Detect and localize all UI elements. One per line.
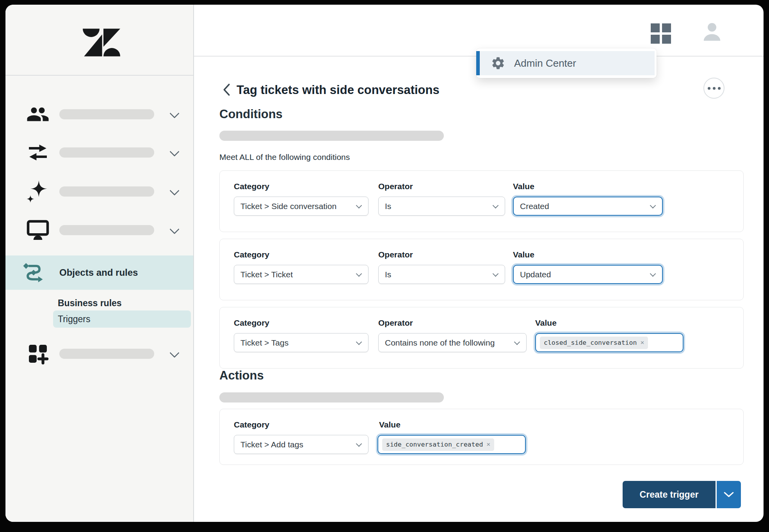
zendesk-logo-icon: [83, 28, 120, 57]
operator-select[interactable]: Contains none of the following: [378, 333, 527, 352]
transfer-arrows-icon: [26, 140, 50, 165]
nav-label-skeleton: [59, 349, 154, 359]
operator-label: Operator: [378, 250, 413, 259]
description-skeleton: [219, 392, 444, 403]
sidebar: Objects and rules Business rules Trigger…: [5, 5, 194, 522]
chevron-down-icon: [356, 339, 362, 345]
sidebar-subitem-label: Triggers: [58, 310, 91, 328]
sidebar-subitem-business-rules[interactable]: Business rules: [58, 296, 122, 310]
operator-select[interactable]: Is: [378, 265, 505, 284]
value-label: Value: [513, 250, 534, 259]
operator-label: Operator: [378, 182, 413, 191]
select-value: Contains none of the following: [385, 338, 495, 348]
chevron-down-icon: [493, 271, 499, 277]
objects-rules-icon: [21, 261, 46, 285]
operator-label: Operator: [378, 318, 413, 328]
description-skeleton: [219, 131, 444, 141]
select-value: Is: [385, 202, 391, 211]
category-select[interactable]: Ticket > Ticket: [234, 265, 368, 284]
grid-icon: [651, 35, 660, 44]
tag-text: closed_side_conversation: [544, 339, 637, 346]
dot-icon: [713, 87, 716, 90]
conditions-heading: Conditions: [219, 107, 283, 121]
chevron-down-icon: [650, 271, 656, 277]
menu-item-admin-center[interactable]: Admin Center: [476, 51, 655, 75]
select-value: Is: [385, 270, 391, 279]
grid-icon: [662, 23, 671, 32]
chevron-left-icon: [221, 83, 232, 97]
dot-icon: [708, 87, 710, 90]
person-icon: [700, 20, 724, 44]
app-window: Objects and rules Business rules Trigger…: [5, 5, 764, 522]
create-trigger-dropdown-button[interactable]: [717, 481, 741, 508]
category-select[interactable]: Ticket > Tags: [234, 333, 368, 352]
menu-item-label: Admin Center: [514, 57, 576, 69]
value-tag-input[interactable]: side_conversation_created×: [377, 435, 526, 454]
chevron-down-icon: [169, 186, 179, 195]
chevron-down-icon: [493, 202, 499, 209]
sidebar-item-people[interactable]: [5, 103, 193, 126]
sidebar-subitem-triggers[interactable]: Triggers: [53, 310, 191, 328]
user-avatar[interactable]: [700, 20, 724, 44]
products-dropdown: Admin Center: [476, 48, 657, 78]
gear-icon: [491, 56, 506, 71]
sidebar-item-workspaces[interactable]: [5, 218, 193, 242]
sidebar-divider: [5, 75, 193, 76]
operator-select[interactable]: Is: [378, 197, 505, 216]
chevron-down-icon: [169, 108, 179, 118]
value-select[interactable]: Created: [513, 197, 663, 216]
grid-icon: [662, 35, 671, 44]
tag-pill: side_conversation_created×: [382, 438, 494, 451]
remove-tag-icon[interactable]: ×: [486, 441, 490, 449]
back-button[interactable]: [221, 83, 233, 98]
monitor-person-icon: [26, 218, 50, 242]
chevron-down-icon: [169, 348, 179, 358]
value-select[interactable]: Updated: [513, 265, 663, 284]
grid-icon: [651, 23, 660, 32]
actions-heading: Actions: [219, 369, 264, 383]
condition-card-1: Category Operator Value Ticket > Side co…: [219, 170, 744, 232]
remove-tag-icon[interactable]: ×: [640, 339, 644, 347]
chevron-down-icon: [356, 441, 362, 447]
select-value: Ticket > Add tags: [240, 440, 303, 449]
category-select[interactable]: Ticket > Side conversation: [234, 197, 368, 216]
app-switcher-button[interactable]: [651, 23, 671, 44]
category-label: Category: [234, 250, 269, 259]
apps-plus-icon: [26, 342, 50, 366]
nav-label-skeleton: [59, 186, 154, 197]
category-select[interactable]: Ticket > Add tags: [234, 435, 368, 454]
sidebar-item-apps[interactable]: [5, 342, 193, 366]
tag-pill: closed_side_conversation×: [540, 337, 648, 349]
category-label: Category: [234, 420, 269, 429]
sidebar-item-label: Objects and rules: [59, 255, 138, 290]
page-title: Tag tickets with side conversations: [237, 82, 440, 98]
category-label: Category: [234, 318, 269, 328]
value-label: Value: [535, 318, 557, 328]
chevron-down-icon: [650, 202, 656, 209]
select-value: Updated: [520, 270, 551, 279]
conditions-match-rule: Meet ALL of the following conditions: [219, 153, 350, 162]
sidebar-item-ai[interactable]: [5, 179, 193, 204]
button-label: Create trigger: [640, 489, 699, 500]
value-label: Value: [513, 182, 534, 191]
chevron-down-icon: [724, 492, 734, 498]
condition-card-2: Category Operator Value Ticket > Ticket …: [219, 239, 744, 300]
create-trigger-button[interactable]: Create trigger: [623, 481, 716, 508]
sidebar-item-objects-and-rules[interactable]: Objects and rules: [5, 255, 193, 290]
condition-card-3: Category Operator Value Ticket > Tags Co…: [219, 307, 744, 369]
dot-icon: [718, 87, 721, 90]
select-value: Ticket > Side conversation: [240, 202, 336, 211]
nav-label-skeleton: [59, 147, 154, 158]
sidebar-item-channels[interactable]: [5, 141, 193, 164]
category-label: Category: [234, 182, 269, 191]
select-value: Ticket > Tags: [240, 338, 288, 348]
chevron-down-icon: [169, 224, 179, 234]
tag-text: side_conversation_created: [386, 441, 483, 448]
chevron-down-icon: [356, 202, 362, 209]
overflow-menu-button[interactable]: [703, 78, 724, 99]
chevron-down-icon: [514, 339, 520, 345]
sparkle-icon: [26, 179, 50, 204]
chevron-down-icon: [356, 271, 362, 277]
value-tag-input[interactable]: closed_side_conversation×: [535, 333, 684, 352]
action-card-1: Category Value Ticket > Add tags side_co…: [219, 409, 744, 465]
